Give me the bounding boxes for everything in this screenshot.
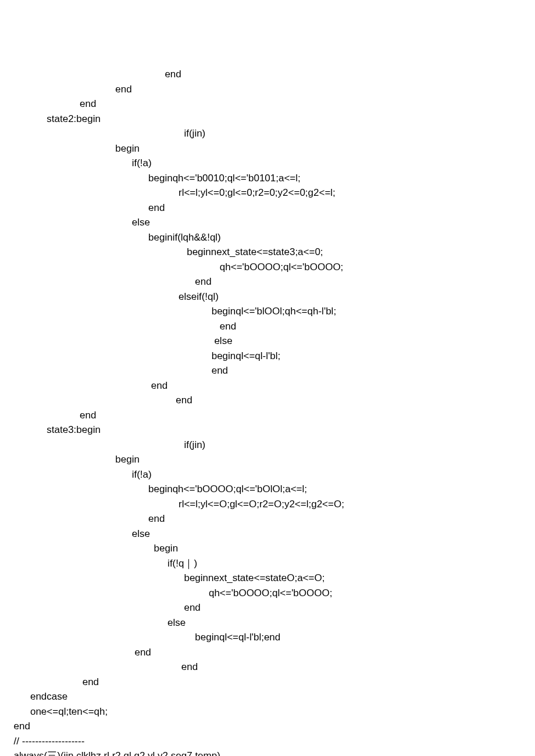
code-line: if(jin) bbox=[0, 126, 535, 141]
code-line: end bbox=[0, 645, 535, 660]
code-line: beginql<=ql-l'bl;end bbox=[0, 630, 535, 645]
code-line: beginnext_state<=stateO;a<=O; bbox=[0, 571, 535, 586]
code-line: qh<='bOOOO;ql<='bOOOO; bbox=[0, 586, 535, 601]
code-line: end bbox=[0, 660, 535, 675]
code-line: if(!a) bbox=[0, 467, 535, 482]
code-line: if(!q｜) bbox=[0, 556, 535, 571]
code-line: one<=ql;ten<=qh; bbox=[0, 704, 535, 719]
code-listing: end end end state2:begin if(jin) bbox=[0, 67, 535, 756]
code-line: end bbox=[0, 393, 535, 408]
code-line: if(!a) bbox=[0, 156, 535, 171]
code-line: end bbox=[0, 82, 535, 97]
code-line: end bbox=[0, 274, 535, 289]
code-line: beginql<='blOOl;qh<=qh-l'bl; bbox=[0, 304, 535, 319]
code-line: end bbox=[0, 719, 535, 734]
code-line: begin bbox=[0, 141, 535, 156]
code-line: end bbox=[0, 200, 535, 216]
code-line: beginqh<='b0010;ql<='b0101;a<=l; bbox=[0, 171, 535, 186]
code-line: begin bbox=[0, 452, 535, 467]
code-line: beginqh<='bOOOO;ql<='bOlOl;a<=l; bbox=[0, 482, 535, 497]
code-line: always(三)(jin,clklhz,rl,r2,gl,g2,yl,y2,s… bbox=[0, 748, 535, 756]
code-line: end bbox=[0, 363, 535, 378]
code-line: end bbox=[0, 96, 535, 112]
code-line: end bbox=[0, 675, 535, 690]
code-line: beginnext_state<=state3;a<=0; bbox=[0, 245, 535, 260]
code-line: state3:begin bbox=[0, 422, 535, 438]
code-line: endcase bbox=[0, 689, 535, 704]
code-line: if(jin) bbox=[0, 438, 535, 453]
code-line: end bbox=[0, 408, 535, 423]
code-line: end bbox=[0, 319, 535, 334]
code-line: end bbox=[0, 511, 535, 526]
code-line: elseif(!ql) bbox=[0, 289, 535, 304]
code-line: else bbox=[0, 215, 535, 230]
code-line: beginif(lqh&&!ql) bbox=[0, 230, 535, 245]
code-line: rl<=l;yl<=O;gl<=O;r2=O;y2<=l;g2<=O; bbox=[0, 497, 535, 512]
code-line: else bbox=[0, 334, 535, 349]
code-line: begin bbox=[0, 541, 535, 556]
code-line: rl<=l;yl<=0;gl<=0;r2=0;y2<=0;g2<=l; bbox=[0, 185, 535, 200]
code-line: end bbox=[0, 378, 535, 393]
code-line: // ------------------- bbox=[0, 734, 535, 749]
code-line: end bbox=[0, 600, 535, 615]
code-line: else bbox=[0, 526, 535, 542]
code-line: else bbox=[0, 615, 535, 630]
code-line: state2:begin bbox=[0, 112, 535, 127]
code-line: qh<='bOOOO;ql<='bOOOO; bbox=[0, 260, 535, 275]
code-line: end bbox=[0, 67, 535, 82]
code-line: beginql<=ql-l'bl; bbox=[0, 349, 535, 364]
